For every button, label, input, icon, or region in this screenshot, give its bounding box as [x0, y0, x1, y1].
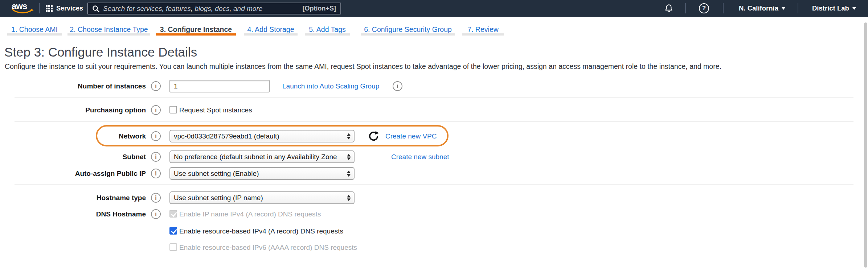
refresh-icon[interactable] [368, 131, 379, 142]
region-selector[interactable]: N. California [739, 0, 785, 17]
select-up-down-icon [347, 170, 351, 177]
create-new-subnet-link[interactable]: Create new subnet [391, 153, 449, 161]
enable-resource-based-ipv6-label: Enable resource-based IPv6 (AAAA record)… [179, 243, 357, 252]
nav-divider [685, 3, 686, 13]
chevron-down-icon [852, 7, 856, 10]
info-icon[interactable] [151, 193, 161, 203]
request-spot-instances-label[interactable]: Request Spot instances [179, 106, 252, 114]
subnet-select[interactable]: No preference (default subnet in any Ava… [169, 150, 355, 163]
network-label: Network [0, 132, 146, 140]
info-icon[interactable] [151, 209, 161, 219]
hostname-type-label: Hostname type [0, 194, 146, 202]
help-icon[interactable] [699, 3, 709, 13]
vertical-scrollbar[interactable] [864, 22, 867, 268]
section-divider [15, 121, 853, 122]
info-icon[interactable] [151, 81, 161, 91]
top-navigation-bar: aws Services [Option+S] N. Cal [0, 0, 868, 17]
info-icon[interactable] [151, 131, 161, 141]
select-up-down-icon [347, 133, 351, 139]
tab-configure-instance[interactable]: 3. Configure Instance [156, 24, 236, 36]
page-description: Configure the instance to suit your requ… [5, 62, 721, 71]
tab-choose-ami[interactable]: 1. Choose AMI [7, 24, 62, 36]
global-search-box[interactable]: [Option+S] [87, 3, 341, 15]
info-icon[interactable] [151, 169, 161, 178]
services-label: Services [56, 5, 83, 12]
hostname-type-select[interactable]: Use subnet setting (IP name) [169, 191, 355, 204]
enable-resource-based-ipv6-checkbox [169, 243, 177, 251]
auto-assign-public-ip-select[interactable]: Use subnet setting (Enable) [169, 167, 355, 180]
enable-resource-based-ipv4-label[interactable]: Enable resource-based IPv4 (A record) DN… [179, 227, 343, 235]
aws-ec2-launch-wizard: aws Services [Option+S] N. Cal [0, 0, 868, 269]
number-of-instances-label: Number of instances [0, 82, 146, 90]
launch-into-auto-scaling-group-link[interactable]: Launch into Auto Scaling Group [282, 82, 379, 90]
purchasing-option-label: Purchasing option [0, 106, 146, 114]
auto-assign-public-ip-label: Auto-assign Public IP [0, 169, 146, 178]
wizard-step-tabs: 1. Choose AMI 2. Choose Instance Type 3.… [0, 24, 868, 38]
nav-divider [39, 3, 40, 13]
info-icon[interactable] [393, 81, 402, 91]
region-label: N. California [739, 4, 778, 12]
page-title: Step 3: Configure Instance Details [4, 44, 197, 60]
search-shortcut-hint: [Option+S] [303, 5, 336, 12]
tab-configure-security-group[interactable]: 6. Configure Security Group [361, 24, 455, 36]
info-icon[interactable] [151, 152, 161, 162]
dns-hostname-label: DNS Hostname [0, 210, 146, 218]
auto-assign-public-ip-value: Use subnet setting (Enable) [174, 168, 343, 179]
network-select-value: vpc-0d033d287579eabd1 (default) [174, 131, 343, 142]
account-label: District Lab [812, 4, 849, 12]
search-input[interactable] [103, 5, 303, 13]
tab-add-storage[interactable]: 4. Add Storage [244, 24, 298, 36]
tab-choose-instance-type[interactable]: 2. Choose Instance Type [67, 24, 150, 36]
tab-add-tags[interactable]: 5. Add Tags [305, 24, 350, 36]
services-grid-icon [46, 5, 53, 12]
hostname-type-value: Use subnet setting (IP name) [174, 192, 343, 204]
network-select[interactable]: vpc-0d033d287579eabd1 (default) [169, 130, 355, 142]
search-icon [92, 5, 99, 12]
select-up-down-icon [347, 195, 351, 201]
nav-divider [723, 3, 724, 13]
subnet-select-value: No preference (default subnet in any Ava… [174, 151, 343, 163]
create-new-vpc-link[interactable]: Create new VPC [385, 132, 437, 140]
chevron-down-icon [782, 7, 785, 10]
nav-divider [798, 3, 798, 13]
enable-ip-name-ipv4-checkbox [169, 210, 177, 218]
enable-resource-based-ipv4-checkbox[interactable] [169, 227, 177, 235]
subnet-label: Subnet [0, 153, 146, 161]
notifications-bell-icon[interactable] [664, 4, 673, 13]
enable-ip-name-ipv4-label: Enable IP name IPv4 (A record) DNS reque… [179, 210, 321, 218]
aws-smile-icon [11, 8, 34, 14]
tab-review[interactable]: 7. Review [462, 24, 504, 36]
account-menu[interactable]: District Lab [812, 0, 856, 17]
services-menu-button[interactable]: Services [46, 0, 83, 17]
request-spot-instances-checkbox[interactable] [169, 106, 177, 113]
aws-logo[interactable]: aws [12, 2, 34, 15]
select-up-down-icon [347, 154, 351, 160]
info-icon[interactable] [151, 105, 161, 115]
number-of-instances-input[interactable] [169, 80, 270, 92]
section-divider [15, 97, 853, 98]
section-divider [15, 184, 853, 185]
